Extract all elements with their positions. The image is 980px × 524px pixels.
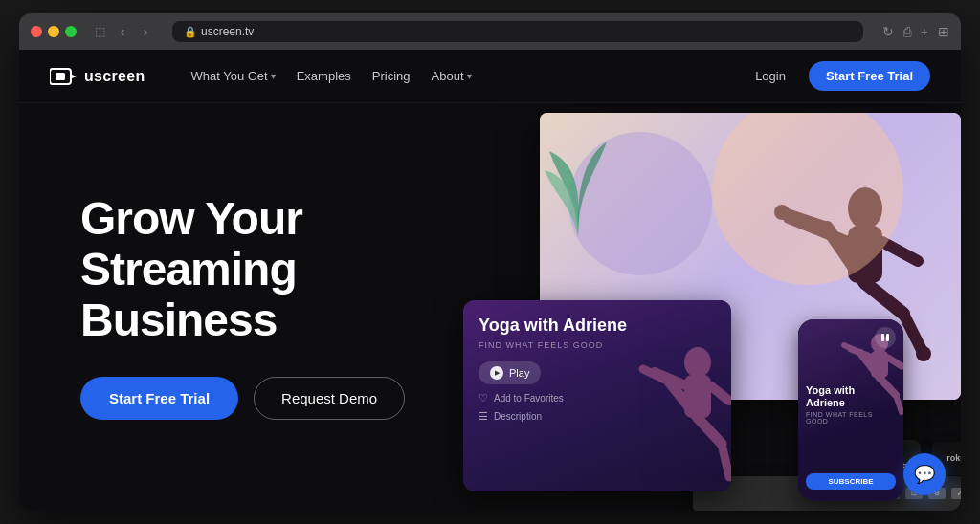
nav-pricing[interactable]: Pricing [365,63,418,89]
pause-bar-right [886,334,889,341]
tablet-favorite-label: Add to Favorites [494,393,564,404]
share-icon[interactable]: ⎙ [903,24,911,39]
svg-rect-1 [56,73,65,80]
hero-left: Grow Your Streaming Business Start Free … [80,194,444,419]
logo-icon [50,67,77,86]
roku-label: roku [947,453,961,463]
svg-line-18 [698,418,722,444]
logo-text: uscreen [84,68,145,85]
tablet-inner: Yoga with Adriene FIND WHAT FEELS GOOD ▶… [463,300,731,491]
hero-headline: Grow Your Streaming Business [80,194,444,345]
svg-point-11 [916,346,931,361]
nav-start-trial-button[interactable]: Start Free Trial [809,61,930,91]
traffic-lights [31,26,77,37]
svg-point-12 [684,347,711,378]
phone-pause-button[interactable] [875,327,896,348]
plant-decoration-icon [540,122,616,237]
fullscreen-icon: ⤢ [951,488,961,499]
phone-inner: Yoga with Adriene FIND WHAT FEELS GOOD S… [798,319,903,501]
svg-line-15 [711,386,729,401]
logo-area[interactable]: uscreen [50,67,145,86]
grid-icon[interactable]: ⊞ [938,24,949,39]
pause-bar-left [881,334,884,341]
request-demo-button[interactable]: Request Demo [254,377,405,420]
pause-icon [881,334,889,341]
close-button[interactable] [31,26,42,37]
back-button[interactable]: ‹ [115,24,130,39]
tablet-play-button[interactable]: ▶ Play [479,361,541,384]
svg-line-9 [903,314,923,352]
svg-line-17 [643,369,669,382]
ssl-lock-icon: 🔒 [184,26,197,38]
tablet-mockup: Yoga with Adriene FIND WHAT FEELS GOOD ▶… [463,300,731,491]
browser-toolbar-right: ↻ ⎙ + ⊞ [882,24,949,39]
address-bar[interactable]: 🔒 uscreen.tv [172,21,863,42]
nav-examples[interactable]: Examples [289,63,359,89]
nav-about[interactable]: About ▾ [424,63,479,89]
new-tab-icon[interactable]: + [921,24,928,39]
refresh-icon[interactable]: ↻ [882,24,894,39]
url-text: uscreen.tv [201,25,254,38]
chat-widget[interactable]: 💬 [903,453,946,495]
navbar: uscreen What You Get ▾ Examples Pricing … [19,50,961,103]
nav-right: Login Start Free Trial [744,61,930,91]
tablet-description-label: Description [494,411,542,422]
svg-line-5 [882,242,918,261]
nav-what-you-get[interactable]: What You Get ▾ [183,63,282,89]
svg-line-27 [896,395,902,412]
phone-mockup: Yoga with Adriene FIND WHAT FEELS GOOD S… [798,319,903,501]
description-icon: ☰ [479,410,488,423]
hero-buttons: Start Free Trial Request Demo [80,377,444,420]
hero-device-mockups: Yoga with Adriene FIND WHAT FEELS GOOD ▶… [463,103,961,511]
forward-button[interactable]: › [138,24,153,39]
minimize-button[interactable] [48,26,59,37]
sidebar-icon[interactable]: ⬚ [92,24,107,39]
page-content: uscreen What You Get ▾ Examples Pricing … [19,50,961,511]
tablet-play-label: Play [509,367,529,379]
fullscreen-button[interactable] [65,26,77,37]
chat-icon: 💬 [914,464,935,485]
hero-start-trial-button[interactable]: Start Free Trial [80,377,238,420]
nav-links: What You Get ▾ Examples Pricing About ▾ [183,63,744,89]
phone-subscribe-button[interactable]: SUBSCRIBE [806,473,896,490]
heart-icon: ♡ [479,392,488,404]
hero-section: Grow Your Streaming Business Start Free … [19,103,961,511]
play-icon: ▶ [490,366,503,380]
browser-chrome: ⬚ ‹ › 🔒 uscreen.tv ↻ ⎙ + ⊞ [19,13,961,50]
what-you-get-chevron-icon: ▾ [271,71,276,81]
browser-nav-buttons: ⬚ ‹ › [92,24,153,39]
browser-window: ⬚ ‹ › 🔒 uscreen.tv ↻ ⎙ + ⊞ [19,13,961,511]
svg-line-25 [844,345,860,353]
login-button[interactable]: Login [744,63,797,89]
svg-line-19 [722,444,729,477]
svg-line-26 [880,378,896,395]
tablet-yoga-figure [626,329,731,491]
browser-titlebar: ⬚ ‹ › 🔒 uscreen.tv ↻ ⎙ + ⊞ [19,13,961,50]
svg-line-23 [888,358,902,366]
svg-line-8 [865,283,903,314]
about-chevron-icon: ▾ [467,71,472,81]
